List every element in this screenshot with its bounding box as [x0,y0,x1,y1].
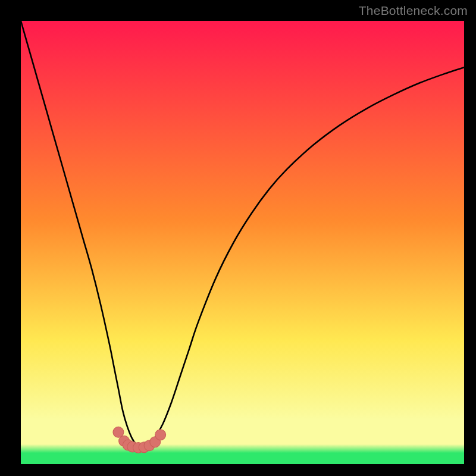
plot-area [21,21,464,464]
watermark-text: TheBottleneck.com [359,4,468,18]
curve-layer [21,21,464,464]
chart-frame: TheBottleneck.com [0,0,476,476]
curve-markers [113,427,166,453]
curve-marker [155,430,166,440]
bottleneck-curve [21,21,464,447]
